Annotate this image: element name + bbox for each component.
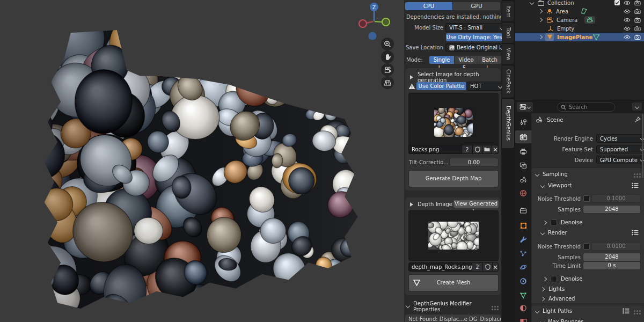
outliner-row-area[interactable]: Area (515, 7, 644, 16)
rd-noise-checkbox[interactable] (583, 243, 590, 250)
fake-user-button[interactable] (483, 263, 492, 271)
tilt-correction-field[interactable]: 0.00 (450, 158, 498, 166)
render-subheader[interactable]: Render (541, 230, 641, 236)
tab-material-properties[interactable] (515, 302, 531, 314)
outliner-row-imageplane[interactable]: ImagePlane (515, 33, 644, 41)
tab-depthgenius[interactable]: DepthGenius (502, 99, 514, 148)
eye-icon[interactable] (624, 1, 631, 5)
outliner-row-camera[interactable]: Camera (515, 16, 644, 24)
outliner-label[interactable]: Collection (547, 0, 614, 6)
tab-cinepack[interactable]: CinePack (502, 65, 514, 98)
outliner-label[interactable]: ImagePlane (557, 34, 592, 40)
camera-restrict-icon[interactable] (634, 9, 641, 14)
outliner-row-empty[interactable]: Empty (515, 24, 644, 33)
preset-list-icon[interactable] (632, 230, 639, 236)
render-engine-dropdown[interactable]: Cycles (597, 135, 644, 142)
preset-list-icon[interactable] (623, 308, 630, 314)
model-size-dropdown[interactable]: ViT-S : Small (446, 24, 507, 32)
tab-tool-properties[interactable] (515, 116, 531, 128)
outliner-label[interactable]: Empty (557, 26, 624, 32)
viewport-3d[interactable]: Z (0, 0, 404, 322)
chevron-right-icon[interactable] (538, 18, 543, 22)
max-bounces-subheader[interactable]: Max Bounces (541, 319, 583, 322)
tab-tool[interactable]: Tool (502, 23, 514, 43)
vp-noise-field[interactable]: 0.1000 (592, 195, 640, 202)
unlink-depth-button[interactable] (493, 263, 498, 271)
sampling-header[interactable]: Sampling (536, 171, 641, 177)
tab-output-properties[interactable] (515, 145, 531, 157)
eye-icon[interactable] (624, 26, 631, 31)
camera-restrict-icon[interactable] (634, 17, 641, 23)
camera-data-icon[interactable] (584, 16, 595, 24)
cpu-tab[interactable]: CPU (405, 2, 452, 10)
tab-view[interactable]: View (502, 44, 514, 64)
depth-name-field[interactable]: depth_map_Rocks.png (409, 263, 475, 271)
outliner-row-collection[interactable]: Collection (515, 0, 644, 7)
mode-batch-tab[interactable]: Batch I... (478, 56, 501, 64)
header-options-button[interactable] (632, 103, 642, 111)
chevron-right-icon[interactable] (538, 35, 543, 39)
rd-denoise-checkbox[interactable] (551, 276, 557, 282)
navigation-gizmo[interactable]: Z (357, 1, 394, 43)
tab-data-properties[interactable] (515, 289, 531, 301)
view-generated-button[interactable]: View Generated I... (453, 200, 499, 208)
rd-samples-field[interactable]: 2048 (583, 253, 640, 261)
vp-noise-checkbox[interactable] (583, 195, 590, 202)
palette-dropdown[interactable]: HOT (467, 82, 505, 90)
feature-set-dropdown[interactable]: Supported (597, 145, 644, 153)
create-mesh-button[interactable]: Create Mesh (409, 275, 498, 291)
outliner-label[interactable]: Camera (557, 17, 584, 23)
viewport-subheader[interactable]: Viewport (541, 182, 641, 188)
camera-restrict-icon[interactable] (634, 34, 641, 40)
select-image-header[interactable]: Select Image for depth generation (410, 71, 501, 83)
mesh-data-icon[interactable] (592, 34, 600, 40)
gpu-tab[interactable]: GPU (453, 2, 500, 10)
vp-denoise-checkbox[interactable] (551, 219, 557, 226)
save-location-dropdown[interactable]: Beside Original I... (446, 43, 507, 52)
camera-restrict-icon[interactable] (634, 26, 641, 31)
chevron-down-icon[interactable] (530, 1, 534, 5)
vp-samples-field[interactable]: 2048 (583, 206, 640, 213)
eye-icon[interactable] (624, 9, 631, 14)
pan-button[interactable] (381, 50, 394, 63)
pin-icon[interactable] (634, 116, 641, 123)
image-users-count[interactable]: 2 (462, 145, 472, 153)
tab-collection-properties[interactable] (515, 204, 531, 216)
tab-scene-properties[interactable] (515, 173, 531, 185)
tab-physics-properties[interactable] (515, 261, 531, 273)
tab-render-properties[interactable] (515, 130, 531, 143)
grip-dots-icon[interactable] (634, 310, 635, 312)
rd-noise-field[interactable]: 0.0100 (592, 243, 640, 250)
rd-denoise-row[interactable]: Denoise (543, 275, 582, 283)
editor-type-button[interactable] (517, 102, 533, 112)
tab-item[interactable]: Item (502, 1, 514, 21)
perspective-toggle-button[interactable] (381, 76, 394, 89)
grip-dots-icon[interactable] (492, 306, 493, 308)
eye-icon[interactable] (624, 18, 631, 23)
outliner-label[interactable]: Area (556, 9, 576, 14)
depth-image-header[interactable]: Depth Image: (410, 201, 454, 207)
eye-icon[interactable] (624, 35, 631, 40)
chevron-right-icon[interactable] (538, 9, 543, 13)
device-dropdown[interactable]: GPU Compute (597, 156, 644, 164)
tab-constraint-properties[interactable] (515, 275, 531, 287)
grip-dots-icon[interactable] (634, 173, 635, 175)
image-name-field[interactable]: Rocks.png (409, 145, 465, 153)
camera-restrict-icon[interactable] (634, 0, 641, 5)
unlink-image-button[interactable] (492, 145, 498, 153)
mode-single-tab[interactable]: Single I... (429, 56, 454, 64)
open-image-button[interactable] (482, 145, 492, 153)
tab-particle-properties[interactable] (515, 247, 531, 259)
tab-texture-properties[interactable] (515, 316, 531, 322)
zoom-button[interactable] (381, 38, 394, 50)
breadcrumb-scene[interactable]: Scene (547, 117, 634, 123)
modifier-properties-header[interactable]: DepthGenius Modifier Properties (406, 301, 500, 312)
lights-row[interactable]: Lights (541, 286, 565, 292)
vp-denoise-row[interactable]: Denoise (543, 218, 582, 226)
preset-list-icon[interactable] (632, 182, 639, 188)
camera-view-button[interactable] (381, 63, 394, 76)
checkbox-checked-icon[interactable] (614, 0, 620, 5)
imageplane-mesh[interactable] (31, 30, 361, 317)
tab-viewlayer-properties[interactable] (515, 159, 531, 171)
tab-modifier-properties[interactable] (515, 233, 531, 245)
